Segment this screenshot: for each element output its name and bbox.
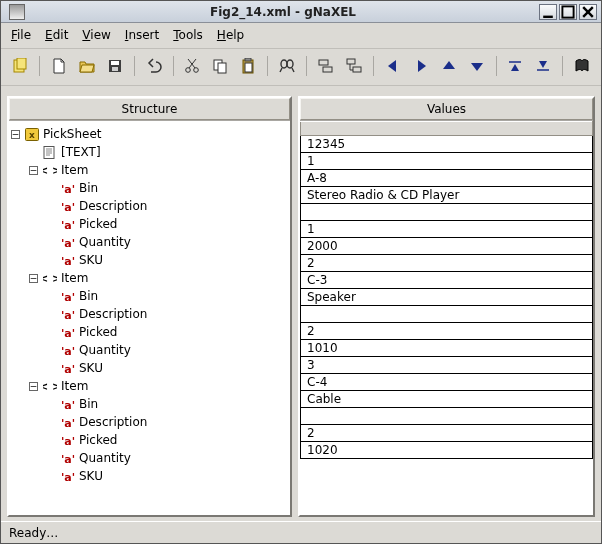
- value-cell[interactable]: Cable: [301, 391, 593, 408]
- tree-spacer: [47, 346, 56, 355]
- tree-attr-sku[interactable]: 'a'SKU: [11, 467, 288, 485]
- promote-icon[interactable]: [504, 55, 526, 77]
- value-cell[interactable]: 1010: [301, 340, 593, 357]
- tree-label: Description: [79, 307, 147, 321]
- svg-rect-25: [353, 67, 361, 72]
- value-cell[interactable]: A-8: [301, 170, 593, 187]
- paste-icon[interactable]: [237, 55, 259, 77]
- tree-attr-bin[interactable]: 'a'Bin: [11, 179, 288, 197]
- values-body[interactable]: 123451A-8Stereo Radio & CD Player120002C…: [300, 120, 593, 515]
- menu-insert[interactable]: Insert: [125, 28, 159, 42]
- tree-attr-quantity[interactable]: 'a'Quantity: [11, 449, 288, 467]
- tree-text-node[interactable]: [TEXT]: [11, 143, 288, 161]
- copy-icon[interactable]: [209, 55, 231, 77]
- svg-point-18: [281, 60, 287, 68]
- wizard-icon[interactable]: [9, 55, 31, 77]
- minimize-button[interactable]: [539, 4, 557, 20]
- menu-edit[interactable]: Edit: [45, 28, 68, 42]
- tree-spacer: [47, 454, 56, 463]
- tree-item-1[interactable]: −< >Item: [11, 269, 288, 287]
- nav-up-icon[interactable]: [438, 55, 460, 77]
- value-cell[interactable]: 1020: [301, 442, 593, 459]
- tree-spacer: [47, 436, 56, 445]
- tree-attr-picked[interactable]: 'a'Picked: [11, 431, 288, 449]
- attribute-icon: 'a': [60, 433, 75, 447]
- maximize-button[interactable]: [559, 4, 577, 20]
- tree-attr-bin[interactable]: 'a'Bin: [11, 395, 288, 413]
- attribute-icon: 'a': [60, 325, 75, 339]
- value-cell[interactable]: 2: [301, 323, 593, 340]
- svg-text:< >: < >: [43, 164, 57, 177]
- value-cell[interactable]: C-3: [301, 272, 593, 289]
- open-file-icon[interactable]: [76, 55, 98, 77]
- tree-spacer: [47, 184, 56, 193]
- tree-attr-description[interactable]: 'a'Description: [11, 413, 288, 431]
- insert-child-icon[interactable]: [343, 55, 365, 77]
- menu-file[interactable]: File: [11, 28, 31, 42]
- value-cell[interactable]: 2: [301, 255, 593, 272]
- value-cell[interactable]: 2000: [301, 238, 593, 255]
- value-cell[interactable]: 12345: [301, 136, 593, 153]
- tree-spacer: [47, 328, 56, 337]
- svg-rect-17: [245, 63, 252, 72]
- nav-left-icon[interactable]: [382, 55, 404, 77]
- value-cell[interactable]: [301, 408, 593, 425]
- element-icon: < >: [42, 379, 57, 393]
- tree-attr-sku[interactable]: 'a'SKU: [11, 251, 288, 269]
- value-cell[interactable]: Speaker: [301, 289, 593, 306]
- insert-sibling-icon[interactable]: [315, 55, 337, 77]
- tree-attr-picked[interactable]: 'a'Picked: [11, 323, 288, 341]
- svg-text:'a': 'a': [61, 327, 75, 339]
- tree-attr-bin[interactable]: 'a'Bin: [11, 287, 288, 305]
- tree-item-2[interactable]: −< >Item: [11, 377, 288, 395]
- tree-spacer: [47, 364, 56, 373]
- tree-twister[interactable]: −: [11, 130, 20, 139]
- svg-rect-1: [562, 6, 573, 17]
- menu-tools[interactable]: Tools: [173, 28, 203, 42]
- tree-twister[interactable]: −: [29, 382, 38, 391]
- demote-icon[interactable]: [532, 55, 554, 77]
- tree-twister[interactable]: −: [29, 166, 38, 175]
- structure-tree[interactable]: −xPickSheet[TEXT]−< >Item'a'Bin'a'Descri…: [9, 120, 290, 515]
- tree-attr-sku[interactable]: 'a'SKU: [11, 359, 288, 377]
- tree-attr-picked[interactable]: 'a'Picked: [11, 215, 288, 233]
- value-cell[interactable]: C-4: [301, 374, 593, 391]
- find-icon[interactable]: [276, 55, 298, 77]
- tree-twister[interactable]: −: [29, 274, 38, 283]
- toolbar-separator: [562, 56, 563, 76]
- svg-line-12: [188, 59, 195, 68]
- help-book-icon[interactable]: [571, 55, 593, 77]
- tree-label: SKU: [79, 361, 103, 375]
- tree-attr-quantity[interactable]: 'a'Quantity: [11, 233, 288, 251]
- svg-marker-28: [388, 60, 396, 72]
- nav-right-icon[interactable]: [410, 55, 432, 77]
- element-icon: < >: [42, 163, 57, 177]
- undo-icon[interactable]: [143, 55, 165, 77]
- tree-attr-description[interactable]: 'a'Description: [11, 305, 288, 323]
- tree-item-0[interactable]: −< >Item: [11, 161, 288, 179]
- svg-text:< >: < >: [43, 272, 57, 285]
- close-button[interactable]: [579, 4, 597, 20]
- cut-icon[interactable]: [181, 55, 203, 77]
- svg-text:'a': 'a': [61, 453, 75, 465]
- value-cell[interactable]: 1: [301, 153, 593, 170]
- tree-label: Picked: [79, 325, 117, 339]
- value-cell[interactable]: [301, 306, 593, 323]
- svg-text:'a': 'a': [61, 291, 75, 303]
- tree-attr-quantity[interactable]: 'a'Quantity: [11, 341, 288, 359]
- menu-help[interactable]: Help: [217, 28, 244, 42]
- tree-root[interactable]: −xPickSheet: [11, 125, 288, 143]
- value-cell[interactable]: 3: [301, 357, 593, 374]
- nav-down-icon[interactable]: [466, 55, 488, 77]
- value-cell[interactable]: 2: [301, 425, 593, 442]
- value-cell[interactable]: Stereo Radio & CD Player: [301, 187, 593, 204]
- menu-view[interactable]: View: [82, 28, 110, 42]
- svg-point-9: [186, 68, 191, 73]
- value-cell[interactable]: 1: [301, 221, 593, 238]
- tree-attr-description[interactable]: 'a'Description: [11, 197, 288, 215]
- value-cell[interactable]: [301, 204, 593, 221]
- svg-text:'a': 'a': [61, 471, 75, 483]
- toolbar-separator: [134, 56, 135, 76]
- save-file-icon[interactable]: [104, 55, 126, 77]
- new-file-icon[interactable]: [48, 55, 70, 77]
